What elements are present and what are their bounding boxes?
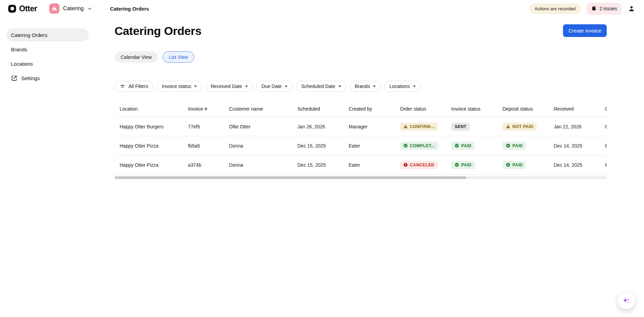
cell-customer-name: Donna bbox=[229, 143, 297, 149]
cell-scheduled: Dec 15, 2025 bbox=[297, 162, 349, 168]
deposit-status-badge: PAID bbox=[502, 142, 526, 150]
external-link-icon bbox=[11, 75, 17, 81]
col-invoice-number: Invoice # bbox=[188, 106, 229, 112]
all-filters-label: All Filters bbox=[129, 84, 148, 89]
cell-location: Happy Otter Burgers bbox=[115, 124, 188, 129]
actions-recorded-badge: Actions are recorded bbox=[529, 3, 581, 14]
sidebar: Catering Orders Brands Locations Setting… bbox=[0, 17, 95, 179]
caret-down-icon bbox=[338, 86, 341, 87]
tab-list-view[interactable]: List View bbox=[163, 51, 194, 63]
alert-circle-icon bbox=[403, 163, 408, 167]
check-circle-icon bbox=[506, 143, 510, 148]
col-scheduled: Scheduled bbox=[297, 106, 349, 112]
sidebar-item-label: Brands bbox=[11, 47, 27, 52]
user-menu-button[interactable] bbox=[627, 4, 636, 13]
cell-clipped: 8 bbox=[605, 124, 607, 129]
filter-scheduled-date[interactable]: Scheduled Date bbox=[296, 81, 346, 92]
warning-icon bbox=[506, 124, 510, 129]
cell-customer-name: Donna bbox=[229, 162, 297, 168]
filter-label: Brands bbox=[355, 84, 370, 89]
otter-logo-icon bbox=[8, 5, 16, 13]
tab-calendar-view[interactable]: Calendar View bbox=[115, 51, 158, 63]
filter-received-date[interactable]: Received Date bbox=[205, 81, 253, 92]
app-switcher-label: Catering bbox=[63, 5, 83, 12]
sidebar-item-locations[interactable]: Locations bbox=[6, 57, 89, 70]
table-row[interactable]: Happy Otter Pizza a374b Donna Dec 15, 20… bbox=[115, 155, 607, 175]
col-customer-name: Customer name bbox=[229, 106, 297, 112]
filter-label: Scheduled Date bbox=[301, 84, 335, 89]
sparkles-icon bbox=[622, 296, 631, 305]
otter-logo[interactable]: Otter bbox=[8, 4, 37, 13]
issues-badge-label: 2 issues bbox=[600, 6, 617, 11]
topbar-page-title: Catering Orders bbox=[110, 6, 149, 12]
sidebar-item-settings[interactable]: Settings bbox=[6, 72, 89, 85]
sidebar-item-label: Catering Orders bbox=[11, 32, 48, 38]
app-switcher[interactable]: Catering bbox=[49, 3, 92, 14]
cell-scheduled: Jan 26, 2026 bbox=[297, 124, 349, 129]
ai-assistant-button[interactable] bbox=[617, 292, 635, 309]
page-title: Catering Orders bbox=[115, 23, 201, 38]
filter-bar: All Filters Invoice status Received Date… bbox=[115, 81, 607, 92]
filter-label: Invoice status bbox=[162, 84, 191, 89]
cell-clipped: 6 bbox=[605, 143, 607, 149]
caret-down-icon bbox=[285, 86, 287, 87]
caret-down-icon bbox=[194, 86, 197, 87]
main-content: Catering Orders Create invoice Calendar … bbox=[95, 17, 644, 179]
invoice-status-badge: PAID bbox=[451, 161, 475, 169]
check-circle-icon bbox=[455, 163, 459, 167]
deposit-status-badge: PAID bbox=[502, 161, 526, 169]
cell-invoice-number: 77ef5 bbox=[188, 124, 229, 129]
caret-down-icon bbox=[413, 86, 416, 87]
horizontal-scrollbar-thumb[interactable] bbox=[115, 176, 466, 179]
caret-down-icon bbox=[373, 86, 376, 87]
issues-notification-button[interactable]: 2 issues bbox=[586, 3, 621, 15]
cell-clipped: 6 bbox=[605, 162, 607, 168]
filter-due-date[interactable]: Due Date bbox=[256, 81, 293, 92]
user-avatar-icon bbox=[628, 5, 635, 12]
sidebar-item-catering-orders[interactable]: Catering Orders bbox=[6, 28, 89, 41]
filter-label: Locations bbox=[389, 84, 410, 89]
deposit-status-badge: NOT PAID bbox=[502, 123, 537, 131]
topbar: Otter Catering Catering Orders Actions a… bbox=[0, 0, 644, 17]
cell-customer-name: Ollie Otter bbox=[229, 124, 297, 129]
invoice-status-badge: SENT bbox=[451, 123, 470, 131]
table-header-row: Location Invoice # Customer name Schedul… bbox=[115, 101, 607, 117]
filter-invoice-status[interactable]: Invoice status bbox=[157, 81, 202, 92]
col-location: Location bbox=[115, 106, 188, 112]
horizontal-scrollbar-track[interactable] bbox=[115, 176, 607, 179]
table-row[interactable]: Happy Otter Burgers 77ef5 Ollie Otter Ja… bbox=[115, 117, 607, 136]
filter-locations[interactable]: Locations bbox=[384, 81, 421, 92]
order-status-badge: CONFIRM... bbox=[400, 123, 438, 131]
filter-icon bbox=[120, 84, 125, 89]
col-clipped: C bbox=[605, 106, 607, 112]
cell-created-by: Eater bbox=[349, 162, 400, 168]
cell-invoice-number: a374b bbox=[188, 162, 229, 168]
create-invoice-button[interactable]: Create invoice bbox=[563, 24, 607, 37]
filter-label: Due Date bbox=[261, 84, 282, 89]
check-circle-icon bbox=[455, 143, 459, 148]
col-received: Received bbox=[554, 106, 605, 112]
warning-icon bbox=[403, 124, 408, 129]
cell-received: Dec 14, 2025 bbox=[554, 143, 605, 149]
cell-location: Happy Otter Pizza bbox=[115, 162, 188, 168]
cell-created-by: Manager bbox=[349, 124, 400, 129]
sidebar-item-label: Locations bbox=[11, 61, 33, 67]
invoice-status-badge: PAID bbox=[451, 142, 475, 150]
order-status-badge: COMPLET... bbox=[400, 142, 438, 150]
sidebar-item-brands[interactable]: Brands bbox=[6, 43, 89, 56]
cell-location: Happy Otter Pizza bbox=[115, 143, 188, 149]
col-created-by: Created by bbox=[349, 106, 400, 112]
cell-received: Dec 14, 2025 bbox=[554, 162, 605, 168]
filter-brands[interactable]: Brands bbox=[350, 81, 381, 92]
cell-created-by: Eater bbox=[349, 143, 400, 149]
caret-down-icon bbox=[245, 86, 248, 87]
col-invoice-status: Invoice status bbox=[451, 106, 502, 112]
col-order-status: Order status bbox=[400, 106, 451, 112]
all-filters-button[interactable]: All Filters bbox=[115, 81, 153, 92]
table-row[interactable]: Happy Otter Pizza fb5a5 Donna Dec 15, 20… bbox=[115, 136, 607, 155]
view-toggle: Calendar View List View bbox=[115, 51, 607, 63]
bell-icon bbox=[591, 5, 597, 12]
otter-logo-text: Otter bbox=[19, 4, 37, 13]
chevron-down-icon bbox=[87, 6, 92, 11]
check-circle-icon bbox=[506, 163, 510, 167]
